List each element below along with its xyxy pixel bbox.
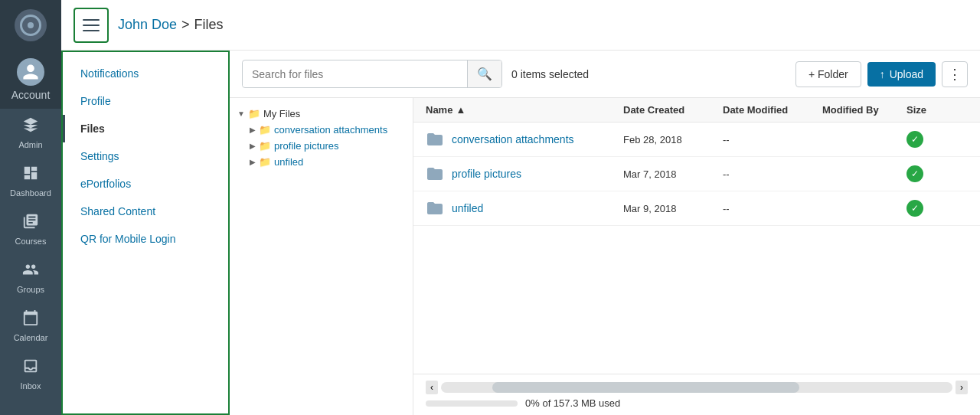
- status-badge-1: ✓: [906, 131, 923, 148]
- tree-item-profile-pictures[interactable]: ▶ 📁 profile pictures: [250, 138, 405, 154]
- file-footer: ‹ › 0% of 157.3 MB used: [413, 374, 980, 415]
- upload-label: Upload: [890, 68, 923, 80]
- groups-icon: [22, 261, 39, 282]
- col-header-name[interactable]: Name ▲: [426, 104, 623, 116]
- col-header-date-modified[interactable]: Date Modified: [723, 104, 822, 116]
- file-name-profile-pictures[interactable]: profile pictures: [426, 165, 623, 183]
- file-date-created-1: Feb 28, 2018: [623, 134, 723, 145]
- app-logo: [15, 9, 47, 41]
- breadcrumb-separator: >: [181, 17, 190, 33]
- more-button[interactable]: ⋮: [942, 61, 968, 87]
- sidebar-item-courses[interactable]: Courses: [0, 205, 61, 253]
- user-icon: [21, 63, 40, 81]
- sidebar-item-admin[interactable]: Admin: [0, 109, 61, 157]
- scroll-left-button[interactable]: ‹: [426, 381, 438, 394]
- breadcrumb: John Doe > Files: [118, 17, 224, 33]
- col-header-date-created[interactable]: Date Created: [623, 104, 723, 116]
- file-name-label-3: unfiled: [452, 202, 483, 214]
- tree-root-label: My Files: [263, 108, 300, 119]
- status-badge-2: ✓: [906, 165, 923, 182]
- file-name-label-2: profile pictures: [452, 168, 521, 180]
- folder-icon-1: [426, 130, 444, 149]
- storage-text: 0% of 157.3 MB used: [525, 397, 620, 409]
- search-box: 🔍: [242, 60, 502, 88]
- sort-icon: ▲: [456, 104, 466, 116]
- tree-item-conversation-attachments[interactable]: ▶ 📁 conversation attachments: [250, 122, 405, 138]
- storage-bar-container: [426, 400, 518, 407]
- submenu-item-notifications[interactable]: Notifications: [63, 60, 228, 87]
- calendar-icon: [22, 309, 39, 330]
- breadcrumb-current: Files: [194, 17, 224, 33]
- file-list-panel: Name ▲ Date Created Date Modified Modifi…: [413, 98, 980, 415]
- file-content: ▼ 📁 My Files ▶ 📁 conversation attachment…: [230, 98, 980, 415]
- new-folder-button[interactable]: + Folder: [795, 61, 861, 87]
- tree-children: ▶ 📁 conversation attachments ▶ 📁 profile…: [250, 122, 405, 170]
- file-date-modified-2: --: [723, 168, 822, 180]
- sidebar-courses-label: Courses: [15, 237, 47, 246]
- search-button[interactable]: 🔍: [467, 60, 501, 87]
- tree-folder-icon-1: 📁: [259, 124, 271, 136]
- tree-child-toggle-2: ▶: [250, 142, 256, 150]
- inbox-icon: [22, 358, 39, 378]
- file-date-modified-3: --: [723, 203, 822, 214]
- sidebar-logo: [0, 0, 61, 51]
- admin-icon: [22, 116, 39, 137]
- storage-info: 0% of 157.3 MB used: [426, 397, 968, 409]
- upload-icon: ↑: [880, 68, 885, 80]
- avatar: [17, 58, 44, 86]
- tree-child-toggle-1: ▶: [250, 126, 256, 134]
- submenu-item-files[interactable]: Files: [63, 115, 228, 142]
- hamburger-line-1: [83, 19, 100, 21]
- search-input[interactable]: [243, 62, 467, 87]
- submenu-item-shared-content[interactable]: Shared Content: [63, 198, 228, 225]
- dashboard-icon: [22, 165, 39, 185]
- tree-panel: ▼ 📁 My Files ▶ 📁 conversation attachment…: [230, 98, 413, 415]
- file-name-unfiled[interactable]: unfiled: [426, 199, 623, 217]
- sidebar-item-account[interactable]: Account: [0, 51, 61, 109]
- col-header-size[interactable]: Size: [906, 104, 968, 116]
- tree-folder-icon-3: 📁: [259, 156, 271, 168]
- file-date-created-2: Mar 7, 2018: [623, 168, 723, 180]
- sidebar-account-label: Account: [11, 89, 51, 101]
- sidebar-dashboard-label: Dashboard: [10, 188, 51, 198]
- items-selected: 0 items selected: [511, 68, 786, 80]
- sidebar-item-calendar[interactable]: Calendar: [0, 302, 61, 350]
- account-submenu: Notifications Profile Files Settings ePo…: [61, 51, 230, 415]
- header: John Doe > Files: [61, 0, 980, 51]
- sidebar-calendar-label: Calendar: [14, 333, 48, 342]
- submenu-item-eportfolios[interactable]: ePortfolios: [63, 170, 228, 198]
- tree-item-label-1: conversation attachments: [274, 124, 387, 136]
- hamburger-button[interactable]: [74, 8, 109, 43]
- tree-root[interactable]: ▼ 📁 My Files: [237, 106, 405, 122]
- scroll-right-button[interactable]: ›: [956, 381, 968, 394]
- sidebar-item-groups[interactable]: Groups: [0, 253, 61, 302]
- folder-icon-3: [426, 199, 444, 217]
- upload-button[interactable]: ↑ Upload: [867, 62, 936, 87]
- file-size-1: ✓: [906, 131, 968, 148]
- sidebar-groups-label: Groups: [17, 285, 44, 294]
- submenu-item-qr-login[interactable]: QR for Mobile Login: [63, 225, 228, 253]
- status-badge-3: ✓: [906, 200, 923, 217]
- content-wrapper: Notifications Profile Files Settings ePo…: [61, 51, 980, 415]
- sidebar-admin-label: Admin: [18, 140, 42, 149]
- sidebar-item-dashboard[interactable]: Dashboard: [0, 157, 61, 205]
- file-name-conversation-attachments[interactable]: conversation attachments: [426, 130, 623, 149]
- submenu-item-settings[interactable]: Settings: [63, 142, 228, 170]
- submenu-item-profile[interactable]: Profile: [63, 87, 228, 115]
- file-date-created-3: Mar 9, 2018: [623, 203, 723, 214]
- file-size-3: ✓: [906, 200, 968, 217]
- scroll-track[interactable]: [441, 382, 952, 393]
- toolbar-actions: + Folder ↑ Upload ⋮: [795, 61, 968, 87]
- logo-icon: [20, 15, 41, 36]
- file-date-modified-1: --: [723, 134, 822, 145]
- breadcrumb-user[interactable]: John Doe: [118, 17, 177, 33]
- tree-item-label-2: profile pictures: [274, 140, 339, 152]
- table-row: profile pictures Mar 7, 2018 -- ✓: [413, 157, 980, 191]
- tree-item-unfiled[interactable]: ▶ 📁 unfiled: [250, 154, 405, 170]
- col-header-modified-by[interactable]: Modified By: [822, 104, 906, 116]
- file-list-body: conversation attachments Feb 28, 2018 --…: [413, 123, 980, 374]
- main-area: John Doe > Files Notifications Profile F…: [61, 0, 980, 415]
- tree-toggle-icon: ▼: [237, 109, 245, 118]
- hamburger-line-2: [83, 25, 100, 26]
- sidebar-item-inbox[interactable]: Inbox: [0, 350, 61, 398]
